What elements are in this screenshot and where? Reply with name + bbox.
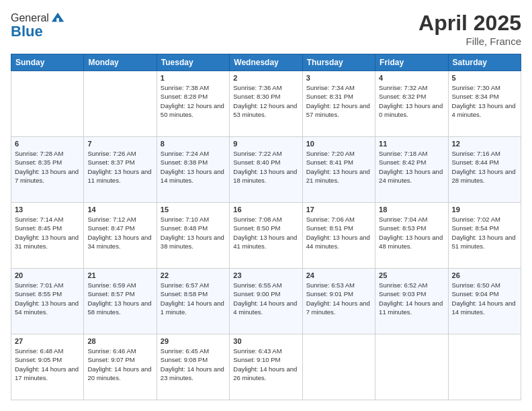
calendar-week-5: 27Sunrise: 6:48 AMSunset: 9:05 PMDayligh… [11, 334, 521, 400]
cell-info: Sunrise: 7:24 AMSunset: 8:38 PMDaylight:… [161, 149, 226, 185]
col-monday: Monday [84, 54, 157, 71]
calendar-cell: 23Sunrise: 6:55 AMSunset: 9:00 PMDayligh… [230, 269, 302, 334]
cell-day-number: 10 [306, 140, 371, 148]
cell-info: Sunrise: 7:36 AMSunset: 8:30 PMDaylight:… [233, 83, 298, 119]
cell-info: Sunrise: 7:28 AMSunset: 8:35 PMDaylight:… [15, 149, 80, 185]
cell-day-number: 2 [233, 74, 298, 82]
calendar-cell: 27Sunrise: 6:48 AMSunset: 9:05 PMDayligh… [11, 334, 84, 400]
cell-info: Sunrise: 7:18 AMSunset: 8:42 PMDaylight:… [379, 149, 444, 185]
cell-info: Sunrise: 7:01 AMSunset: 8:55 PMDaylight:… [15, 281, 80, 316]
calendar-cell: 18Sunrise: 7:04 AMSunset: 8:53 PMDayligh… [375, 203, 448, 269]
cell-info: Sunrise: 7:06 AMSunset: 8:51 PMDaylight:… [306, 215, 371, 250]
calendar-header-row: Sunday Monday Tuesday Wednesday Thursday… [11, 54, 521, 71]
calendar-cell: 5Sunrise: 7:30 AMSunset: 8:34 PMDaylight… [448, 71, 521, 137]
cell-info: Sunrise: 7:16 AMSunset: 8:44 PMDaylight:… [452, 149, 517, 185]
cell-info: Sunrise: 6:50 AMSunset: 9:04 PMDaylight:… [452, 281, 517, 316]
calendar-cell: 19Sunrise: 7:02 AMSunset: 8:54 PMDayligh… [448, 203, 521, 269]
calendar-cell: 26Sunrise: 6:50 AMSunset: 9:04 PMDayligh… [448, 269, 521, 334]
cell-info: Sunrise: 6:59 AMSunset: 8:57 PMDaylight:… [87, 281, 152, 316]
calendar-cell: 8Sunrise: 7:24 AMSunset: 8:38 PMDaylight… [157, 137, 229, 203]
cell-info: Sunrise: 7:26 AMSunset: 8:37 PMDaylight:… [87, 149, 152, 185]
cell-day-number: 4 [379, 74, 444, 82]
cell-day-number: 27 [15, 337, 80, 345]
col-sunday: Sunday [11, 54, 84, 71]
calendar-cell: 1Sunrise: 7:38 AMSunset: 8:28 PMDaylight… [157, 71, 229, 137]
cell-day-number: 12 [452, 140, 517, 148]
cell-day-number: 7 [87, 140, 152, 148]
calendar-cell [302, 334, 375, 400]
cell-day-number: 17 [306, 205, 371, 214]
cell-day-number: 9 [233, 140, 298, 148]
calendar-cell: 3Sunrise: 7:34 AMSunset: 8:31 PMDaylight… [302, 71, 375, 137]
cell-info: Sunrise: 7:32 AMSunset: 8:32 PMDaylight:… [379, 83, 444, 119]
calendar-cell: 24Sunrise: 6:53 AMSunset: 9:01 PMDayligh… [302, 269, 375, 334]
cell-day-number: 19 [452, 205, 517, 214]
calendar-cell: 30Sunrise: 6:43 AMSunset: 9:10 PMDayligh… [230, 334, 302, 400]
cell-day-number: 20 [15, 271, 80, 279]
calendar-cell: 21Sunrise: 6:59 AMSunset: 8:57 PMDayligh… [84, 269, 157, 334]
cell-info: Sunrise: 6:55 AMSunset: 9:00 PMDaylight:… [233, 281, 298, 316]
cell-info: Sunrise: 6:46 AMSunset: 9:07 PMDaylight:… [87, 347, 152, 382]
calendar-week-1: 1Sunrise: 7:38 AMSunset: 8:28 PMDaylight… [11, 71, 521, 137]
calendar-cell: 14Sunrise: 7:12 AMSunset: 8:47 PMDayligh… [84, 203, 157, 269]
cell-day-number: 1 [161, 74, 226, 82]
cell-info: Sunrise: 7:34 AMSunset: 8:31 PMDaylight:… [306, 83, 371, 119]
calendar-week-2: 6Sunrise: 7:28 AMSunset: 8:35 PMDaylight… [11, 137, 521, 203]
cell-day-number: 29 [161, 337, 226, 345]
cell-info: Sunrise: 7:20 AMSunset: 8:41 PMDaylight:… [306, 149, 371, 185]
calendar-cell: 12Sunrise: 7:16 AMSunset: 8:44 PMDayligh… [448, 137, 521, 203]
cell-day-number: 25 [379, 271, 444, 279]
logo-icon [50, 11, 65, 26]
cell-day-number: 26 [452, 271, 517, 279]
calendar-cell [11, 71, 84, 137]
cell-day-number: 16 [233, 205, 298, 214]
cell-info: Sunrise: 6:48 AMSunset: 9:05 PMDaylight:… [15, 347, 80, 382]
calendar-cell: 7Sunrise: 7:26 AMSunset: 8:37 PMDaylight… [84, 137, 157, 203]
calendar-cell: 4Sunrise: 7:32 AMSunset: 8:32 PMDaylight… [375, 71, 448, 137]
calendar-cell: 15Sunrise: 7:10 AMSunset: 8:48 PMDayligh… [157, 203, 229, 269]
calendar-cell: 28Sunrise: 6:46 AMSunset: 9:07 PMDayligh… [84, 334, 157, 400]
cell-info: Sunrise: 6:43 AMSunset: 9:10 PMDaylight:… [233, 347, 298, 382]
cell-day-number: 13 [15, 205, 80, 214]
calendar-cell: 2Sunrise: 7:36 AMSunset: 8:30 PMDaylight… [230, 71, 302, 137]
title-block: April 2025 Fille, France [418, 11, 521, 47]
cell-day-number: 14 [87, 205, 152, 214]
cell-day-number: 18 [379, 205, 444, 214]
cell-day-number: 24 [306, 271, 371, 279]
calendar-location: Fille, France [418, 36, 521, 47]
col-saturday: Saturday [448, 54, 521, 71]
logo: General Blue [11, 11, 65, 40]
cell-info: Sunrise: 7:12 AMSunset: 8:47 PMDaylight:… [87, 215, 152, 250]
cell-info: Sunrise: 7:08 AMSunset: 8:50 PMDaylight:… [233, 215, 298, 250]
cell-day-number: 5 [452, 74, 517, 82]
col-thursday: Thursday [302, 54, 375, 71]
cell-info: Sunrise: 7:30 AMSunset: 8:34 PMDaylight:… [452, 83, 517, 119]
calendar-cell [375, 334, 448, 400]
cell-info: Sunrise: 6:52 AMSunset: 9:03 PMDaylight:… [379, 281, 444, 316]
cell-day-number: 15 [161, 205, 226, 214]
calendar-cell: 25Sunrise: 6:52 AMSunset: 9:03 PMDayligh… [375, 269, 448, 334]
calendar-cell: 13Sunrise: 7:14 AMSunset: 8:45 PMDayligh… [11, 203, 84, 269]
calendar-cell: 16Sunrise: 7:08 AMSunset: 8:50 PMDayligh… [230, 203, 302, 269]
calendar-table: Sunday Monday Tuesday Wednesday Thursday… [11, 54, 521, 400]
calendar-cell: 9Sunrise: 7:22 AMSunset: 8:40 PMDaylight… [230, 137, 302, 203]
cell-day-number: 22 [161, 271, 226, 279]
cell-day-number: 30 [233, 337, 298, 345]
calendar-cell: 22Sunrise: 6:57 AMSunset: 8:58 PMDayligh… [157, 269, 229, 334]
cell-day-number: 11 [379, 140, 444, 148]
page: General Blue April 2025 Fille, France Su… [0, 0, 532, 411]
calendar-cell [448, 334, 521, 400]
calendar-cell: 11Sunrise: 7:18 AMSunset: 8:42 PMDayligh… [375, 137, 448, 203]
cell-day-number: 23 [233, 271, 298, 279]
cell-info: Sunrise: 6:57 AMSunset: 8:58 PMDaylight:… [161, 281, 226, 316]
calendar-cell: 20Sunrise: 7:01 AMSunset: 8:55 PMDayligh… [11, 269, 84, 334]
cell-info: Sunrise: 7:02 AMSunset: 8:54 PMDaylight:… [452, 215, 517, 250]
calendar-week-4: 20Sunrise: 7:01 AMSunset: 8:55 PMDayligh… [11, 269, 521, 334]
calendar-cell [84, 71, 157, 137]
col-friday: Friday [375, 54, 448, 71]
col-tuesday: Tuesday [157, 54, 229, 71]
calendar-week-3: 13Sunrise: 7:14 AMSunset: 8:45 PMDayligh… [11, 203, 521, 269]
cell-info: Sunrise: 7:22 AMSunset: 8:40 PMDaylight:… [233, 149, 298, 185]
calendar-cell: 17Sunrise: 7:06 AMSunset: 8:51 PMDayligh… [302, 203, 375, 269]
cell-info: Sunrise: 7:04 AMSunset: 8:53 PMDaylight:… [379, 215, 444, 250]
